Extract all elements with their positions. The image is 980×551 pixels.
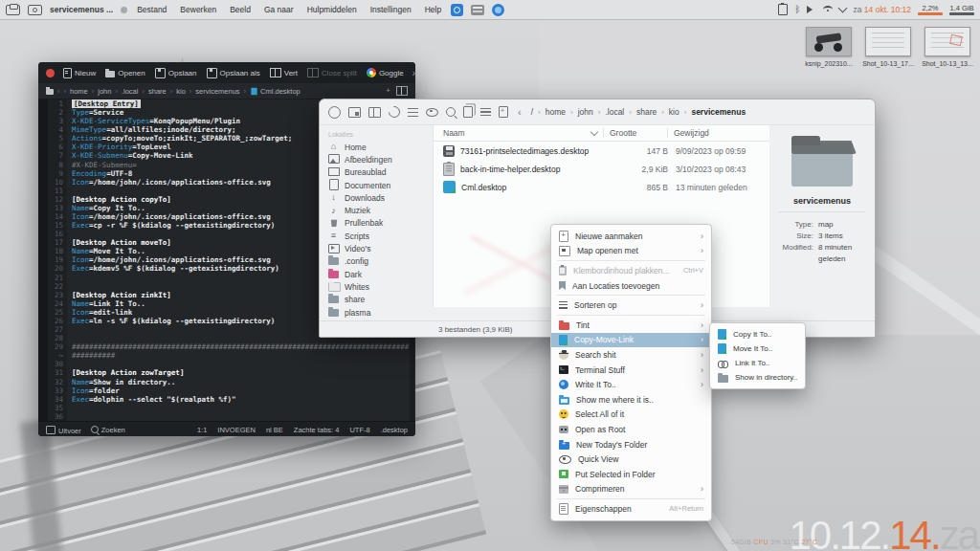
tool-goggle[interactable]: Goggle [367,68,404,78]
place-scripts[interactable]: ≡Scripts [320,230,433,242]
place-plasma[interactable]: plasma [320,306,433,319]
menu-ga-naar[interactable]: Ga naar [262,5,296,14]
place-config[interactable]: .config [320,255,433,268]
crumb-kio[interactable]: kio [176,87,186,96]
close-button[interactable] [46,69,55,77]
desktop-icon-shot-10-13-17[interactable]: Shot_10-13_17... [861,27,915,68]
browser-app-icon[interactable] [492,4,504,16]
crumb-home[interactable]: home [546,107,566,117]
crumb-share[interactable]: share [148,87,167,96]
copy-icon[interactable] [463,106,473,118]
crumb-home[interactable]: home [70,87,88,96]
menu-item-open-as-root[interactable]: Open as Root [551,422,711,437]
menu-item-comprimeren[interactable]: Comprimeren› [551,482,711,497]
menu-item-write-it-to[interactable]: Write It To..› [551,377,711,392]
view-details-icon[interactable] [408,108,418,117]
clipboard-icon[interactable] [778,4,788,15]
desktop-clock-widget[interactable]: 10.12.14.za [789,513,978,551]
place-documenten[interactable]: Documenten [320,179,433,191]
menu-item-map-openen-met[interactable]: Map openen met› [551,244,711,259]
ram-meter[interactable]: 1,4 GiB [949,4,974,15]
crumb-john[interactable]: john [98,87,111,96]
desktop-icon-ksnip-202310[interactable]: ksnip_202310... [802,27,856,68]
toolbar-overflow-chevron-icon[interactable]: › [412,68,415,78]
split-view-icon[interactable] [396,86,408,96]
menu-item-show-me-where-it-is[interactable]: Show me where it is.. [551,392,711,408]
menu-bestand[interactable]: Bestand [135,5,168,14]
crumb-[interactable]: / [531,107,533,117]
place-whites[interactable]: Whites [320,280,433,293]
crumb-kio[interactable]: kio [669,107,679,117]
menu-item-put-selected-in-folder[interactable]: Put Selected in Folder [551,467,711,482]
menu-item-aan-locaties-toevoegen[interactable]: Aan Locaties toevoegen [551,278,711,294]
menu-item-search-shit[interactable]: Search shit› [551,347,711,363]
crumb-cml-desktop[interactable]: Cml.desktop [250,86,301,97]
menu-item-klembordinhoud-plakken[interactable]: Klembordinhoud plakken...Ctrl+V [551,263,711,278]
screenshot-icon[interactable] [28,5,42,15]
place-video-s[interactable]: Video's [320,242,433,254]
volume-icon[interactable] [807,6,816,13]
chevron-down-icon[interactable] [838,4,848,13]
refresh-icon[interactable] [387,104,403,121]
file-row-back-in-time-helper-desktop[interactable]: back-in-time-helper.desktop2,9 KiB3/10/2… [434,160,769,178]
output-toggle[interactable]: Uitvoer [46,426,81,435]
column-name[interactable]: Naam [434,128,603,138]
bluetooth-icon[interactable]: ᛒ [794,5,800,14]
menu-item-copy-it-to[interactable]: Copy It To.. [710,327,805,342]
crumb-servicemenus[interactable]: servicemenus [195,87,239,96]
place-downloads[interactable]: ↓Downloads [320,191,433,204]
search-icon[interactable] [446,107,456,117]
column-modified[interactable]: Gewijzigd [667,128,769,138]
pager-icon[interactable] [6,5,20,15]
menu-item-eigenschappen[interactable]: EigenschappenAlt+Return [551,501,711,517]
split-view-icon[interactable] [368,107,381,118]
tool-opslaan-als[interactable]: Opslaan als [207,68,260,78]
status-1-1[interactable]: 1:1 [197,426,207,434]
place-share[interactable]: share [320,294,433,306]
network-icon[interactable] [823,6,833,13]
new-file-icon[interactable] [499,106,508,118]
menu-circle-icon[interactable] [328,106,341,119]
place-prullenbak[interactable]: Prullenbak [320,217,433,230]
menu-bewerken[interactable]: Bewerken [178,5,218,14]
menu-item-move-it-to[interactable]: Move It To.. [710,342,805,356]
place-muziek[interactable]: ♪Muziek [320,204,433,216]
menu-help[interactable]: Help [423,5,443,14]
menu-item-terminal-stuff[interactable]: Terminal Stuff› [551,363,711,378]
menu-item-show-in-directory[interactable]: Show in directory.. [710,370,805,385]
menu-hulpmiddelen[interactable]: Hulpmiddelen [305,5,359,14]
file-row-73161-printselectedimages-desktop[interactable]: 73161-printselectedimages.desktop147 B9/… [434,142,769,160]
menu-item-select-all-of-it[interactable]: Select All of it [551,408,711,423]
crumb-local[interactable]: .local [605,107,624,117]
menu-item-new-today-s-folder[interactable]: New Today's Folder [551,437,711,452]
menu-item-link-it-to[interactable]: Link It To.. [710,356,805,370]
place-dark[interactable]: Dark [320,268,433,280]
hidden-files-eye-icon[interactable] [426,108,438,117]
panel-clock[interactable]: za 14 okt. 10:12 [853,5,911,14]
filemanager-app-icon[interactable] [471,5,484,15]
menu-item-copy-move-link[interactable]: Copy-Move-Link› [551,333,711,348]
tool-nieuw[interactable]: Nieuw [63,68,96,78]
place-home[interactable]: ⌂Home [320,141,433,153]
cpu-meter[interactable]: 2,2% [918,4,943,15]
crumb-servicemenus[interactable]: servicemenus [691,107,746,117]
folder-icon[interactable] [46,89,54,95]
status-desktop[interactable]: .desktop [381,426,408,434]
column-size[interactable]: Grootte [603,128,667,138]
nav-forward-icon[interactable]: › [64,87,67,96]
new-tab-plus-icon[interactable]: + [386,86,390,96]
nav-back-icon[interactable]: ‹ [57,87,60,96]
menu-item-sorteren-op[interactable]: Sorteren op› [551,298,711,313]
place-bureaublad[interactable]: Bureaublad [320,166,433,179]
back-icon[interactable]: ‹ [518,106,522,118]
desktop-icon-shot-10-13-13[interactable]: Shot_10-13_13... [921,27,974,68]
menu-item-quick-view[interactable]: Quick View [551,452,711,467]
status-invoegen[interactable]: INVOEGEN [217,426,256,434]
menu-item-nieuwe-aanmaken[interactable]: Nieuwe aanmaken› [551,229,711,244]
menu-beeld[interactable]: Beeld [228,5,253,14]
crumb-local[interactable]: .local [122,87,139,96]
tool-opslaan[interactable]: Opslaan [155,68,197,78]
status-nl-be[interactable]: nl BE [266,426,283,434]
filter-icon[interactable] [480,108,491,117]
menu-item-tint[interactable]: Tint› [551,318,711,333]
